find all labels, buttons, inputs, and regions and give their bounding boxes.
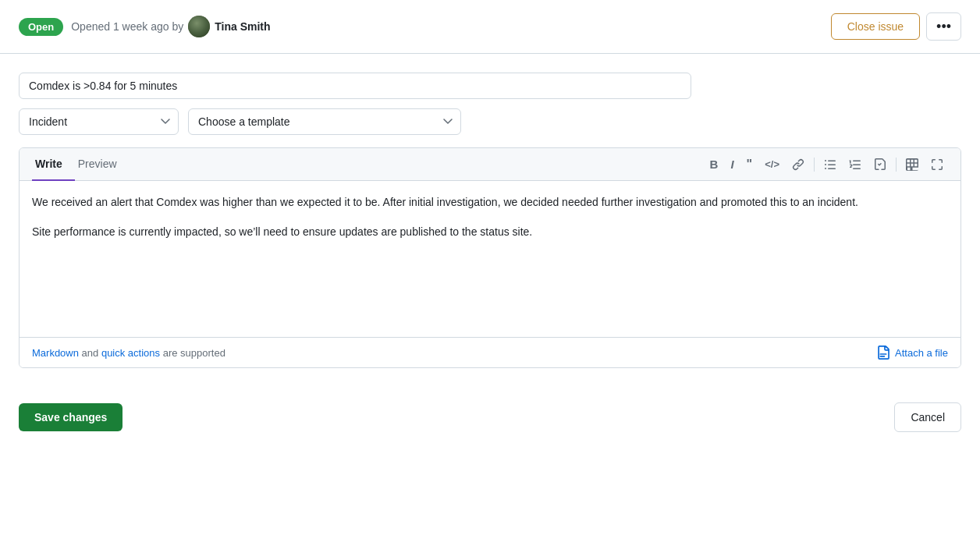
bullet-list-button[interactable] <box>819 155 841 174</box>
editor-body[interactable]: We received an alert that Comdex was hig… <box>20 181 960 337</box>
author-name: Tina Smith <box>215 20 270 33</box>
markdown-link[interactable]: Markdown <box>32 347 79 359</box>
fullscreen-button[interactable] <box>926 155 948 174</box>
status-badge: Open <box>19 18 63 36</box>
toolbar-divider-2 <box>896 158 897 172</box>
issue-header: Open Opened 1 week ago by Tina Smith Clo… <box>0 0 980 54</box>
quick-actions-link[interactable]: quick actions <box>101 347 160 359</box>
numbered-list-button[interactable] <box>844 155 866 174</box>
link-button[interactable] <box>787 155 809 174</box>
dropdowns-row: Incident Choose a template <box>19 108 961 135</box>
task-list-button[interactable] <box>869 155 891 174</box>
issue-title-input[interactable] <box>19 73 691 99</box>
code-button[interactable]: </> <box>760 156 784 172</box>
and-text: and <box>82 347 101 359</box>
attach-file-label: Attach a file <box>895 347 948 359</box>
tab-preview[interactable]: Preview <box>75 148 130 181</box>
issue-meta: Opened 1 week ago by Tina Smith <box>71 16 822 37</box>
main-content: Incident Choose a template Write Preview… <box>0 54 980 387</box>
quote-button[interactable]: " <box>742 155 758 174</box>
editor-footer: Markdown and quick actions are supported… <box>20 337 960 367</box>
meta-text: Opened 1 week ago by <box>71 20 183 33</box>
italic-button[interactable]: I <box>726 155 738 173</box>
editor-tabs-bar: Write Preview B I " </> <box>20 148 960 181</box>
supported-text: are supported <box>163 347 225 359</box>
attach-icon <box>876 346 890 360</box>
editor-container: Write Preview B I " </> <box>19 147 961 368</box>
page-container: Open Opened 1 week ago by Tina Smith Clo… <box>0 0 980 560</box>
svg-rect-1 <box>880 356 886 357</box>
markdown-hint: Markdown and quick actions are supported <box>32 347 225 359</box>
header-actions: Close issue ••• <box>831 12 961 41</box>
save-changes-button[interactable]: Save changes <box>19 403 123 431</box>
avatar <box>188 16 210 37</box>
more-options-button[interactable]: ••• <box>926 12 961 41</box>
editor-paragraph-1: We received an alert that Comdex was hig… <box>32 193 948 211</box>
bold-button[interactable]: B <box>705 155 723 173</box>
attach-file-button[interactable]: Attach a file <box>876 346 948 360</box>
template-dropdown[interactable]: Choose a template <box>188 108 461 135</box>
bottom-actions: Save changes Cancel <box>0 387 980 448</box>
editor-toolbar: B I " </> <box>705 155 948 174</box>
editor-paragraph-2: Site performance is currently impacted, … <box>32 223 948 240</box>
cancel-button[interactable]: Cancel <box>894 402 961 432</box>
svg-rect-0 <box>880 353 887 355</box>
tab-write[interactable]: Write <box>32 148 75 181</box>
toolbar-divider-1 <box>814 158 815 172</box>
type-dropdown[interactable]: Incident <box>19 108 179 135</box>
table-button[interactable] <box>901 155 923 174</box>
close-issue-button[interactable]: Close issue <box>831 13 920 40</box>
